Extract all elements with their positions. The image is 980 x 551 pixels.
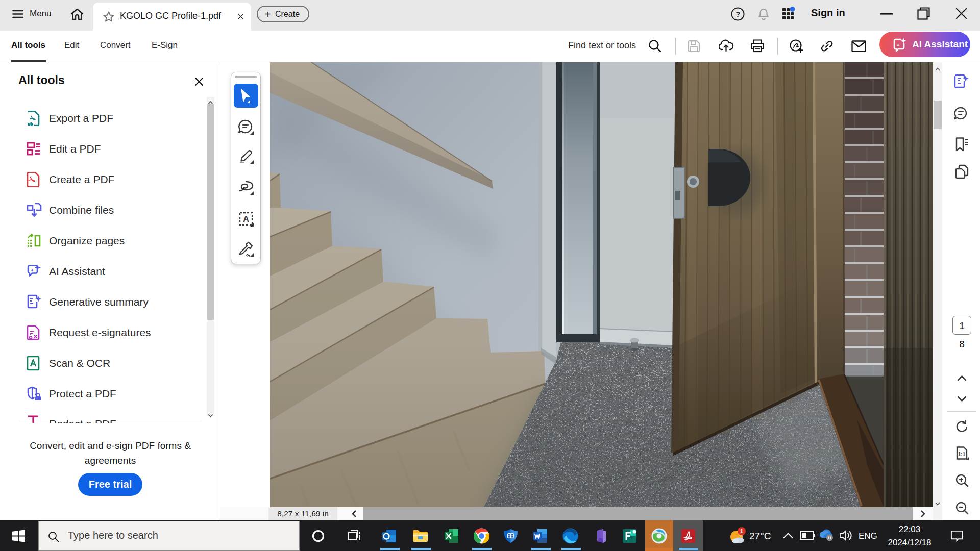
svg-text:?: ? [736, 10, 740, 18]
svg-text:A: A [243, 215, 249, 223]
svg-text:1: 1 [740, 528, 744, 534]
svg-text:1:1: 1:1 [958, 452, 966, 457]
